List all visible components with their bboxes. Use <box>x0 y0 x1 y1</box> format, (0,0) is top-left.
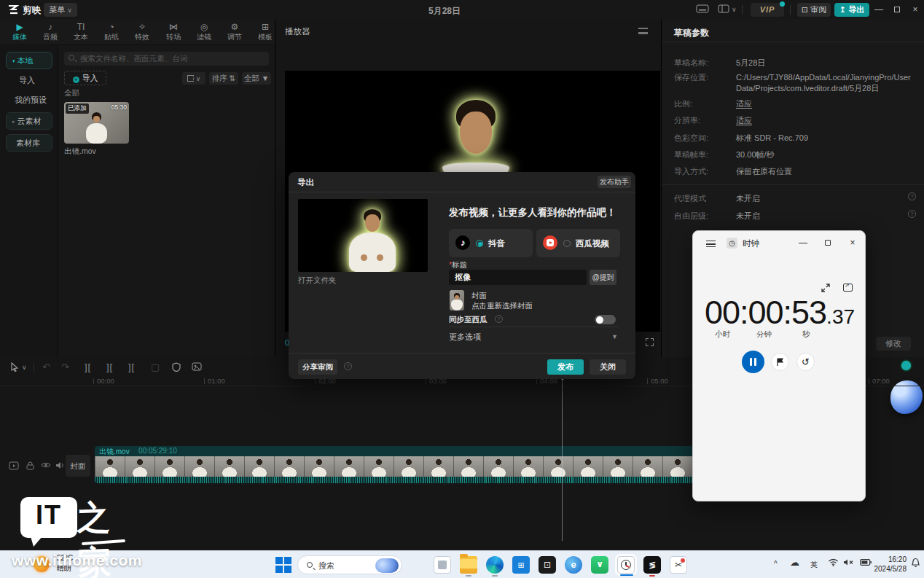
modify-button[interactable]: 修改 <box>876 337 911 351</box>
sync-toggle[interactable] <box>595 315 616 324</box>
clock-menu-icon[interactable] <box>706 241 716 247</box>
tab-sticker[interactable]: ◔贴纸 <box>96 20 127 45</box>
more-options[interactable]: 更多选项 <box>449 332 481 343</box>
tab-audio[interactable]: ♪音频 <box>35 20 66 45</box>
cover-button[interactable]: 封面 <box>66 455 90 477</box>
lock-icon[interactable] <box>26 461 34 470</box>
delete-icon[interactable]: ▢ <box>151 362 160 372</box>
review-button[interactable]: ⊡ 审阅 <box>797 3 831 17</box>
tab-adjust[interactable]: ⚙调节 <box>219 20 250 45</box>
tray-clock[interactable]: 16:20 2024/5/28 <box>872 555 907 574</box>
select-tool-icon[interactable] <box>10 362 19 372</box>
close-button[interactable]: × <box>908 3 923 17</box>
radio-selected-icon[interactable] <box>476 240 483 247</box>
sidebar-item-presets[interactable]: 我的预设 <box>15 95 47 106</box>
notification-bell-icon[interactable] <box>911 558 920 568</box>
battery-icon[interactable] <box>860 559 872 566</box>
mask-icon[interactable] <box>172 362 181 372</box>
snipping-tool-icon[interactable]: ✂ <box>670 556 687 574</box>
sidebar-item-import[interactable]: 导入 <box>19 75 35 86</box>
info-icon[interactable]: ? <box>344 362 352 370</box>
microsoft-store-icon[interactable]: ⊞ <box>512 556 530 574</box>
layout-icon[interactable] <box>718 4 729 14</box>
task-view-icon[interactable] <box>434 556 451 574</box>
keep-on-top-icon[interactable] <box>843 284 853 292</box>
param-value-ratio[interactable]: 适应 <box>736 98 920 109</box>
radio-unselected-icon[interactable] <box>563 240 571 247</box>
player-menu-icon[interactable] <box>638 28 648 34</box>
tab-transition[interactable]: ⋈转场 <box>158 20 189 45</box>
tab-text[interactable]: TI文本 <box>66 20 96 45</box>
platform-douyin[interactable]: ♪ 抖音 <box>449 229 533 257</box>
capcut-taskbar-icon[interactable]: ≶ <box>643 556 661 574</box>
input-language-indicator[interactable]: 英 <box>810 560 818 570</box>
track-preview-icon[interactable] <box>9 461 19 470</box>
title-input[interactable] <box>449 270 587 285</box>
speaker-icon[interactable] <box>55 461 65 469</box>
lap-flag-button[interactable] <box>771 353 789 371</box>
taskbar-search[interactable]: 搜索 <box>297 555 402 574</box>
info-icon[interactable]: ? <box>908 210 916 218</box>
tab-filter[interactable]: ◎滤镜 <box>189 20 219 45</box>
edge-browser-icon[interactable] <box>486 556 504 574</box>
import-button[interactable]: +导入 <box>64 71 106 85</box>
game-launcher-icon[interactable]: ⊡ <box>539 556 556 574</box>
pen-widget-icon[interactable] <box>901 361 911 370</box>
maximize-button[interactable] <box>890 3 904 17</box>
close-dialog-button[interactable]: 关闭 <box>590 359 626 375</box>
info-icon[interactable]: ? <box>495 315 503 323</box>
pause-button[interactable] <box>742 351 764 373</box>
sidebar-item-local[interactable]: ▾本地 <box>6 52 52 69</box>
reset-button[interactable]: ↺ <box>796 353 815 371</box>
menu-button[interactable]: 菜单 ∨ <box>44 3 77 17</box>
eye-icon[interactable] <box>41 461 51 469</box>
split-left-icon[interactable]: ][ <box>106 362 113 372</box>
media-search-input[interactable]: 搜索文件名称、画面元素、台词 <box>64 52 269 66</box>
image-overlay-icon[interactable] <box>192 362 202 371</box>
clock-maximize-button[interactable] <box>820 238 836 249</box>
wifi-icon[interactable] <box>828 558 839 566</box>
sidebar-item-library[interactable]: 素材库 <box>6 134 52 152</box>
publish-button[interactable]: 发布 <box>547 359 584 375</box>
undo-icon[interactable]: ↶ <box>42 362 50 372</box>
expand-timer-icon[interactable] <box>821 284 830 292</box>
media-clip-thumbnail[interactable]: 已添加 05:30 <box>64 102 129 144</box>
tray-chevron-icon[interactable]: ^ <box>774 560 778 568</box>
param-value-resolution[interactable]: 适应 <box>736 115 920 126</box>
green-app-icon[interactable]: ∨ <box>591 556 608 574</box>
vip-badge[interactable]: VIP <box>751 3 784 17</box>
start-button[interactable] <box>275 557 291 573</box>
fullscreen-icon[interactable] <box>646 338 654 346</box>
volume-muted-icon[interactable] <box>843 558 854 566</box>
platform-xigua[interactable]: 西瓜视频 <box>536 229 620 257</box>
sidebar-item-cloud[interactable]: ▸云素材 <box>6 112 52 130</box>
playhead-line[interactable] <box>562 376 563 541</box>
split-right-icon[interactable]: ][ <box>128 362 135 372</box>
share-review-button[interactable]: 分享审阅 <box>298 359 337 375</box>
sort-button[interactable]: 排序 ⇅ <box>209 72 238 85</box>
file-explorer-icon[interactable] <box>460 556 477 574</box>
open-folder-link[interactable]: 打开文件夹 <box>298 276 337 286</box>
clock-minimize-button[interactable]: — <box>795 238 811 249</box>
view-mode-button[interactable]: ∨ <box>182 72 205 85</box>
mention-button[interactable]: @提到 <box>590 270 616 285</box>
cover-hint[interactable]: 点击重新选择封面 <box>471 301 533 311</box>
timeline-video-clip[interactable]: 出镜.mov 00:05:29:10 <box>95 446 694 483</box>
info-icon[interactable]: ? <box>908 192 916 200</box>
cover-thumbnail[interactable] <box>450 290 464 311</box>
tab-media[interactable]: ▶媒体 <box>4 20 35 45</box>
clock-app-taskbar-icon[interactable] <box>617 556 635 574</box>
select-tool-chevron-icon[interactable]: ∨ <box>22 364 27 371</box>
layout-chevron-icon[interactable]: ∨ <box>732 6 737 13</box>
publish-helper-button[interactable]: 发布助手 <box>598 176 631 188</box>
tab-effects[interactable]: ✧特效 <box>127 20 157 45</box>
filter-button[interactable]: 全部 ▼ <box>242 72 271 85</box>
minimize-button[interactable]: — <box>872 3 886 17</box>
redo-icon[interactable]: ↷ <box>61 362 69 372</box>
clock-close-button[interactable]: × <box>845 238 861 249</box>
split-icon[interactable]: ][ <box>85 362 91 372</box>
browser-e-icon[interactable]: e <box>565 556 582 574</box>
export-button[interactable]: ↥ 导出 <box>834 3 869 17</box>
onedrive-cloud-icon[interactable]: ☁ <box>790 557 799 568</box>
shortcut-keys-icon[interactable] <box>696 4 709 14</box>
